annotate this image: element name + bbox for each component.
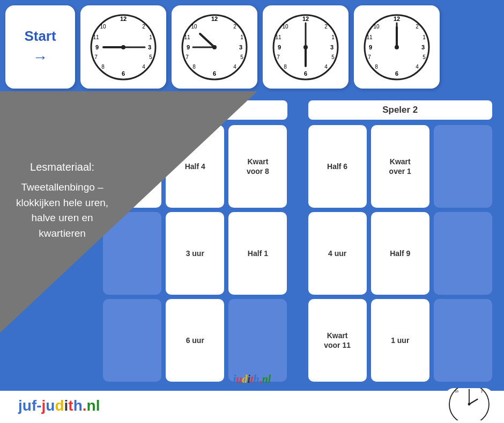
svg-text:10: 10 xyxy=(100,24,106,30)
clock-svg-3: 12 3 6 9 2 10 4 8 1 11 5 7 xyxy=(271,12,340,82)
svg-text:8: 8 xyxy=(192,64,196,70)
clock-card-4: 12 3 6 9 2 10 4 8 1 11 5 7 xyxy=(354,5,440,89)
start-label: Start xyxy=(24,28,56,45)
logo-nl: nl xyxy=(87,397,100,414)
svg-text:12: 12 xyxy=(467,388,471,389)
clock-card-3: 12 3 6 9 2 10 4 8 1 11 5 7 xyxy=(263,5,349,89)
speler2-header: Speler 2 xyxy=(308,100,493,120)
svg-text:7: 7 xyxy=(368,54,371,60)
svg-text:2: 2 xyxy=(324,24,328,30)
svg-text:12: 12 xyxy=(302,16,309,22)
logo-text: juf-judith.nl xyxy=(18,397,100,414)
start-arrow: → xyxy=(33,49,48,66)
svg-text:9: 9 xyxy=(369,44,372,50)
svg-text:6: 6 xyxy=(395,70,398,77)
svg-text:5: 5 xyxy=(331,54,335,60)
cell-1uur: 1 uur xyxy=(371,299,429,382)
logo-d: d xyxy=(55,397,64,414)
svg-text:2: 2 xyxy=(142,24,145,30)
svg-text:9: 9 xyxy=(95,44,99,50)
svg-point-47 xyxy=(303,45,308,49)
svg-text:8: 8 xyxy=(101,64,105,70)
watermark-judith: judith.nl xyxy=(233,373,271,385)
svg-text:6: 6 xyxy=(122,70,125,77)
lesmateriaal-label: Lesmateriaal: xyxy=(16,161,108,173)
svg-text:11: 11 xyxy=(275,34,281,40)
svg-text:8: 8 xyxy=(284,64,287,70)
title-text: Tweetallenbingo –klokkijken hele uren,ha… xyxy=(16,180,108,241)
svg-text:1: 1 xyxy=(149,34,152,40)
overlay-text-block: Lesmateriaal: Tweetallenbingo –klokkijke… xyxy=(16,161,108,252)
svg-text:6: 6 xyxy=(213,70,216,77)
svg-text:2: 2 xyxy=(233,24,236,30)
logo-juf: juf- xyxy=(18,397,42,414)
svg-text:2: 2 xyxy=(416,24,419,30)
cell-empty-6 xyxy=(434,299,492,382)
cell-half6: Half 6 xyxy=(308,125,367,208)
svg-text:11: 11 xyxy=(184,34,190,40)
svg-text:5: 5 xyxy=(423,54,426,60)
logo-h: h xyxy=(73,397,83,414)
svg-text:3: 3 xyxy=(148,44,151,50)
clock-svg-4: 12 3 6 9 2 10 4 8 1 11 5 7 xyxy=(362,12,432,82)
svg-point-63 xyxy=(395,45,399,49)
svg-text:4: 4 xyxy=(416,64,419,70)
svg-text:4: 4 xyxy=(142,64,145,70)
svg-text:3: 3 xyxy=(239,44,242,50)
svg-text:7: 7 xyxy=(186,54,189,60)
clock-card-1: 12 3 6 9 2 10 4 8 1 11 5 7 xyxy=(80,5,166,89)
cell-empty-4 xyxy=(434,125,492,208)
start-card[interactable]: Start → xyxy=(5,5,75,89)
bottom-clock-partial: 12 2 10 xyxy=(445,388,493,420)
svg-text:7: 7 xyxy=(94,54,98,60)
svg-text:10: 10 xyxy=(455,389,458,393)
svg-text:5: 5 xyxy=(149,54,152,60)
svg-text:6: 6 xyxy=(304,70,307,77)
top-row: Start → 12 3 6 9 2 10 4 8 1 11 5 7 xyxy=(5,5,499,89)
svg-text:7: 7 xyxy=(277,54,280,60)
svg-text:9: 9 xyxy=(278,44,281,50)
svg-text:4: 4 xyxy=(233,64,236,70)
logo-area: juf-judith.nl xyxy=(11,394,107,418)
svg-text:1: 1 xyxy=(423,34,426,40)
svg-text:12: 12 xyxy=(120,16,127,22)
svg-text:3: 3 xyxy=(330,44,333,50)
svg-point-86 xyxy=(468,403,471,406)
cell-kwart-voor-11: Kwartvoor 11 xyxy=(308,299,367,382)
svg-text:10: 10 xyxy=(191,24,197,30)
clock-svg-1: 12 3 6 9 2 10 4 8 1 11 5 7 xyxy=(88,12,158,82)
svg-text:5: 5 xyxy=(240,54,243,60)
svg-text:11: 11 xyxy=(93,34,99,40)
speler2-grid: Half 6 Kwartover 1 4 uur Half 9 Kwartvoo… xyxy=(308,125,493,382)
svg-text:2: 2 xyxy=(481,389,483,393)
logo-t: t xyxy=(68,397,73,414)
cell-4uur: 4 uur xyxy=(308,212,367,295)
clock-svg-2: 12 3 6 9 2 10 4 8 1 11 5 7 xyxy=(180,12,249,82)
svg-text:12: 12 xyxy=(211,16,218,22)
clock-card-2: 12 3 6 9 2 10 4 8 1 11 5 7 xyxy=(172,5,257,89)
svg-text:4: 4 xyxy=(324,64,328,70)
svg-point-15 xyxy=(121,45,125,49)
svg-text:10: 10 xyxy=(282,24,288,30)
cell-half9: Half 9 xyxy=(371,212,429,295)
svg-text:9: 9 xyxy=(187,44,190,50)
svg-text:1: 1 xyxy=(240,34,243,40)
svg-text:8: 8 xyxy=(375,64,378,70)
logo-dot: . xyxy=(83,397,87,414)
svg-text:11: 11 xyxy=(366,34,373,40)
svg-point-31 xyxy=(212,45,217,49)
cell-empty-5 xyxy=(434,212,492,295)
svg-text:1: 1 xyxy=(331,34,335,40)
logo-u: u xyxy=(46,397,55,414)
svg-text:10: 10 xyxy=(373,24,380,30)
bottom-clock-svg: 12 2 10 xyxy=(448,388,491,420)
svg-text:3: 3 xyxy=(421,44,425,50)
bingo-card-speler2: Speler 2 Half 6 Kwartover 1 4 uur Half 9… xyxy=(302,94,499,388)
svg-text:12: 12 xyxy=(394,16,400,22)
cell-kwart-over-1: Kwartover 1 xyxy=(371,125,429,208)
